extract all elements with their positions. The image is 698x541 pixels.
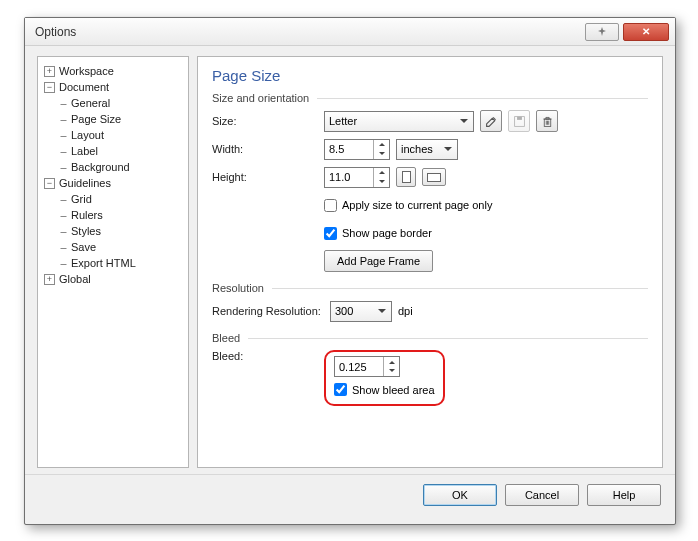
cancel-button[interactable]: Cancel (505, 484, 579, 506)
resolution-label: Rendering Resolution: (212, 305, 330, 317)
spin-down-icon[interactable] (374, 177, 389, 187)
width-spinner[interactable] (324, 139, 390, 160)
tree-item-guidelines[interactable]: −Guidelines (44, 175, 184, 191)
add-page-frame-button[interactable]: Add Page Frame (324, 250, 433, 272)
dialog-content: +Workspace −Document ‒General ‒Page Size… (25, 46, 675, 474)
spin-up-icon[interactable] (374, 168, 389, 178)
group-legend: Size and orientation (212, 92, 309, 104)
bleed-highlight: Show bleed area (324, 350, 445, 406)
resolution-unit: dpi (398, 305, 413, 317)
expand-icon[interactable]: + (44, 274, 55, 285)
landscape-icon (427, 173, 441, 182)
height-label: Height: (212, 171, 324, 183)
category-tree[interactable]: +Workspace −Document ‒General ‒Page Size… (37, 56, 189, 468)
tree-item-general[interactable]: ‒General (60, 95, 184, 111)
tree-item-label[interactable]: ‒Label (60, 143, 184, 159)
size-label: Size: (212, 115, 324, 127)
page-title: Page Size (212, 67, 648, 84)
show-bleed-checkbox[interactable]: Show bleed area (334, 383, 435, 396)
tree-item-save[interactable]: ‒Save (60, 239, 184, 255)
portrait-icon (402, 171, 411, 183)
svg-rect-1 (517, 116, 522, 119)
group-size-orientation: Size and orientation Size: Letter Width:… (212, 92, 648, 272)
group-bleed: Bleed Bleed: Show bleed area (212, 332, 648, 406)
group-resolution: Resolution Rendering Resolution: 300 dpi (212, 282, 648, 322)
tree-item-export-html[interactable]: ‒Export HTML (60, 255, 184, 271)
titlebar[interactable]: Options ✕ (25, 18, 675, 46)
resolution-combo[interactable]: 300 (330, 301, 392, 322)
bleed-input[interactable] (335, 357, 383, 376)
bleed-spinner[interactable] (334, 356, 400, 377)
tree-item-global[interactable]: +Global (44, 271, 184, 287)
collapse-icon[interactable]: − (44, 178, 55, 189)
height-spinner[interactable] (324, 167, 390, 188)
pin-button[interactable] (585, 23, 619, 41)
options-dialog: Options ✕ +Workspace −Document ‒General … (24, 17, 676, 525)
spin-down-icon[interactable] (374, 149, 389, 159)
tree-item-styles[interactable]: ‒Styles (60, 223, 184, 239)
tree-item-page-size[interactable]: ‒Page Size (60, 111, 184, 127)
show-border-checkbox[interactable]: Show page border (324, 227, 432, 240)
portrait-button[interactable] (396, 167, 416, 187)
settings-panel: Page Size Size and orientation Size: Let… (197, 56, 663, 468)
width-input[interactable] (325, 140, 373, 159)
spin-up-icon[interactable] (374, 140, 389, 150)
units-combo[interactable]: inches (396, 139, 458, 160)
tree-item-background[interactable]: ‒Background (60, 159, 184, 175)
landscape-button[interactable] (422, 168, 446, 186)
group-legend: Bleed (212, 332, 240, 344)
apply-current-checkbox[interactable]: Apply size to current page only (324, 199, 492, 212)
width-label: Width: (212, 143, 324, 155)
tree-item-layout[interactable]: ‒Layout (60, 127, 184, 143)
save-size-button[interactable] (508, 110, 530, 132)
expand-icon[interactable]: + (44, 66, 55, 77)
tree-item-grid[interactable]: ‒Grid (60, 191, 184, 207)
help-button[interactable]: Help (587, 484, 661, 506)
collapse-icon[interactable]: − (44, 82, 55, 93)
edit-size-button[interactable] (480, 110, 502, 132)
window-title: Options (35, 25, 581, 39)
height-input[interactable] (325, 168, 373, 187)
delete-size-button[interactable] (536, 110, 558, 132)
group-legend: Resolution (212, 282, 264, 294)
spin-up-icon[interactable] (384, 357, 399, 367)
tree-item-rulers[interactable]: ‒Rulers (60, 207, 184, 223)
dialog-buttons: OK Cancel Help (25, 474, 675, 514)
bleed-label: Bleed: (212, 350, 324, 362)
spin-down-icon[interactable] (384, 367, 399, 377)
tree-item-document[interactable]: −Document (44, 79, 184, 95)
close-button[interactable]: ✕ (623, 23, 669, 41)
tree-item-workspace[interactable]: +Workspace (44, 63, 184, 79)
ok-button[interactable]: OK (423, 484, 497, 506)
size-combo[interactable]: Letter (324, 111, 474, 132)
